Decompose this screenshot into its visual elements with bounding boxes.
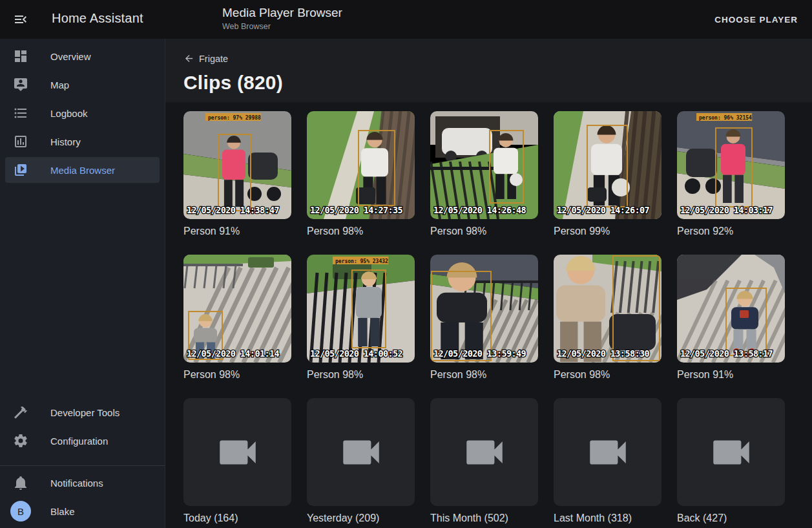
svg-text:12/05/2020 13:58:30: 12/05/2020 13:58:30 [557, 348, 649, 359]
clip-card[interactable]: 12/05/2020 14:27:35Person 98% [307, 111, 415, 255]
sidebar-item-overview[interactable]: Overview [5, 43, 160, 69]
gear-icon [13, 433, 28, 449]
video-camera-icon [707, 428, 755, 476]
clip-card[interactable]: person: 95% 2343212/05/2020 14:00:52Pers… [307, 255, 415, 398]
page-subtitle: Web Browser [222, 22, 342, 31]
clip-label: Person 98% [554, 368, 661, 381]
sidebar-item-media-browser[interactable]: Media Browser [5, 157, 160, 183]
sidebar-item-profile[interactable]: B Blake [5, 498, 160, 524]
chart-box-icon [13, 134, 28, 149]
app-bar: Home Assistant Media Player Browser Web … [0, 0, 812, 39]
clip-label: Person 98% [430, 368, 538, 381]
page-title-block: Media Player Browser Web Browser [222, 6, 342, 31]
sidebar-bottom-section: Developer ToolsConfiguration Notificatio… [0, 397, 165, 528]
clip-thumbnail[interactable]: 12/05/2020 14:26:48 [430, 111, 538, 219]
user-avatar: B [10, 501, 31, 522]
clip-label: Person 98% [307, 368, 415, 381]
svg-text:person: 97% 29988: person: 97% 29988 [208, 115, 261, 121]
sidebar-nav-list: OverviewMapLogbookHistoryMedia Browser [0, 39, 165, 183]
folder-card-last-month-318-[interactable]: Last Month (318) [554, 398, 661, 528]
clip-thumbnail[interactable]: 12/05/2020 13:58:30 [554, 255, 661, 363]
clip-thumbnail[interactable]: 12/05/2020 13:58:17 [677, 255, 785, 363]
main-content: Frigate Clips (820) person: 97% 2998812/… [165, 39, 812, 528]
folder-label: Last Month (318) [554, 512, 661, 525]
folder-card-back-427-[interactable]: Back (427) [677, 398, 785, 528]
sidebar-divider [0, 465, 165, 466]
folder-thumbnail[interactable] [554, 398, 661, 506]
folder-label: Back (427) [677, 512, 785, 525]
video-camera-icon [214, 428, 262, 476]
folder-card-this-month-502-[interactable]: This Month (502) [430, 398, 538, 528]
sidebar-item-developer-tools[interactable]: Developer Tools [5, 399, 160, 425]
folder-thumbnail[interactable] [307, 398, 415, 506]
user-name-label: Blake [50, 506, 75, 517]
hammer-icon [13, 405, 28, 420]
page-title: Media Player Browser [222, 6, 342, 20]
home-assistant-app: Home Assistant Media Player Browser Web … [0, 0, 812, 528]
clip-card[interactable]: person: 96% 3215412/05/2020 14:03:17Pers… [677, 111, 785, 255]
clip-label: Person 98% [307, 225, 415, 238]
clip-card[interactable]: 12/05/2020 14:26:07Person 99% [554, 111, 661, 255]
clip-card[interactable]: 12/05/2020 14:26:48Person 98% [430, 111, 538, 255]
svg-text:12/05/2020 14:38:47: 12/05/2020 14:38:47 [187, 205, 279, 215]
list-bulleted-icon [13, 105, 28, 121]
folder-label: Yesterday (209) [307, 512, 415, 525]
page-heading: Clips (820) [183, 72, 812, 94]
sidebar-item-label: Developer Tools [50, 407, 120, 418]
choose-player-button[interactable]: CHOOSE PLAYER [709, 10, 803, 29]
folder-card-today-164-[interactable]: Today (164) [183, 398, 291, 528]
folder-thumbnail[interactable] [430, 398, 538, 506]
folder-thumbnail[interactable] [677, 398, 785, 506]
svg-text:12/05/2020 14:00:52: 12/05/2020 14:00:52 [310, 348, 402, 359]
svg-text:12/05/2020 14:26:07: 12/05/2020 14:26:07 [557, 205, 649, 215]
sidebar-item-label: Map [50, 79, 69, 90]
folder-label: Today (164) [183, 512, 291, 525]
sidebar-item-history[interactable]: History [5, 129, 160, 154]
sidebar-item-label: Overview [50, 51, 91, 62]
sidebar-item-map[interactable]: Map [5, 72, 160, 98]
clip-card[interactable]: 12/05/2020 13:58:30Person 98% [554, 255, 661, 398]
content-header: Frigate Clips (820) [165, 39, 812, 102]
clip-card[interactable]: 12/05/2020 13:58:17Person 91% [677, 255, 785, 398]
map-person-icon [13, 77, 28, 92]
clip-label: Person 99% [554, 225, 661, 238]
sidebar-item-configuration[interactable]: Configuration [5, 428, 160, 454]
sidebar-item-label: Logbook [50, 108, 88, 119]
clip-thumbnail[interactable]: 12/05/2020 14:26:07 [554, 111, 661, 219]
folder-card-yesterday-209-[interactable]: Yesterday (209) [307, 398, 415, 528]
clip-card[interactable]: 12/05/2020 13:59:49Person 98% [430, 255, 538, 398]
clip-label: Person 91% [183, 225, 291, 238]
arrow-left-icon [183, 53, 194, 64]
clip-thumbnail[interactable]: 12/05/2020 13:59:49 [430, 255, 538, 363]
clip-thumbnail[interactable]: person: 95% 2343212/05/2020 14:00:52 [307, 255, 415, 363]
sidebar-item-logbook[interactable]: Logbook [5, 100, 160, 126]
app-title: Home Assistant [52, 11, 143, 26]
breadcrumb[interactable]: Frigate [183, 53, 228, 64]
clip-card[interactable]: 12/05/2020 14:01:14Person 98% [183, 255, 291, 398]
svg-text:12/05/2020 14:26:48: 12/05/2020 14:26:48 [433, 205, 526, 215]
sidebar-item-label: Media Browser [50, 165, 115, 176]
video-camera-icon [461, 428, 508, 476]
svg-text:12/05/2020 14:03:17: 12/05/2020 14:03:17 [680, 205, 773, 215]
svg-text:12/05/2020 13:58:17: 12/05/2020 13:58:17 [680, 348, 773, 359]
notifications-label: Notifications [50, 478, 103, 489]
video-camera-icon [584, 428, 632, 476]
clip-thumbnail[interactable]: person: 96% 3215412/05/2020 14:03:17 [677, 111, 785, 219]
svg-text:12/05/2020 14:27:35: 12/05/2020 14:27:35 [310, 205, 402, 215]
menu-open-icon [13, 12, 28, 27]
bell-icon [13, 475, 28, 491]
play-box-multiple-icon [13, 162, 28, 178]
sidebar-tools-list: Developer ToolsConfiguration [0, 399, 165, 454]
sidebar-toggle-button[interactable] [12, 10, 30, 28]
clip-label: Person 91% [677, 368, 785, 381]
folder-label: This Month (502) [430, 512, 538, 525]
folder-thumbnail[interactable] [183, 398, 291, 506]
clip-thumbnail[interactable]: 12/05/2020 14:27:35 [307, 111, 415, 219]
clip-card[interactable]: person: 97% 2998812/05/2020 14:38:47Pers… [183, 111, 291, 255]
svg-text:12/05/2020 14:01:14: 12/05/2020 14:01:14 [187, 348, 279, 359]
sidebar-item-label: Configuration [50, 436, 108, 447]
clip-thumbnail[interactable]: 12/05/2020 14:01:14 [183, 255, 291, 363]
sidebar-item-notifications[interactable]: Notifications [5, 470, 160, 496]
clip-thumbnail[interactable]: person: 97% 2998812/05/2020 14:38:47 [183, 111, 291, 219]
svg-text:person: 95% 23432: person: 95% 23432 [335, 259, 388, 264]
